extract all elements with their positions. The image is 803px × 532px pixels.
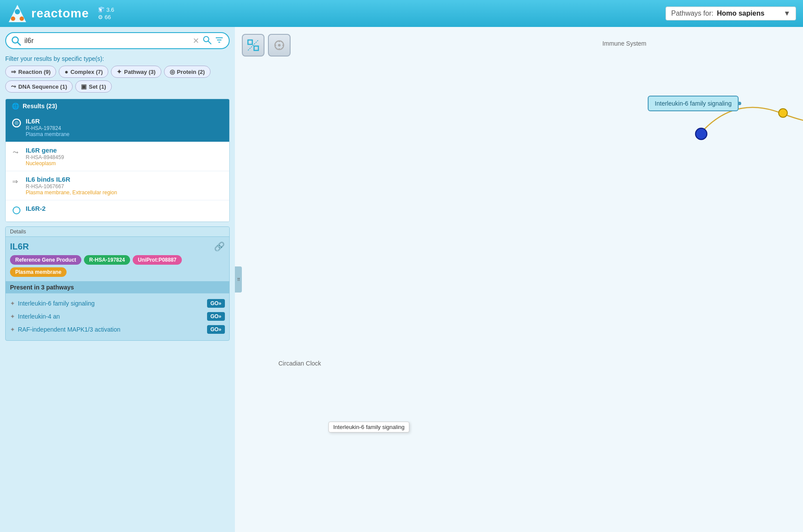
pathway-filter-label: Pathway (3) [124,69,155,75]
reaction-filter-icon: ⇒ [11,68,16,75]
details-body: IL6R 🔗 Reference Gene Product R-HSA-1978… [6,237,229,340]
details-entity-title: IL6R [10,242,29,252]
result-name-il6-binds[interactable]: IL6 binds IL6R [26,176,70,183]
filter-section: Filter your results by specific type(s):… [5,53,230,94]
reaction-filter-label: Reaction (9) [18,69,50,75]
filter-complex-button[interactable]: ● Complex (7) [59,66,108,78]
result-id-il6-binds: R-HSA-1067667 [26,183,223,190]
pathway-item-1: ✦ Interleukin-6 family signaling GO» [10,297,225,310]
details-link-icon[interactable]: 🔗 [214,241,225,252]
results-section: 🌐 Results (23) IL6R R-HSA-197824 Plasma … [5,99,230,222]
left-panel: ✕ Filter your results by specific type(s… [0,27,235,532]
result-icon-reaction: ⇒ [12,176,21,188]
svg-line-18 [248,40,258,50]
panel-resize-handle[interactable]: ⠿ [235,266,242,293]
svg-point-25 [696,128,707,140]
result-item-il6r-gene[interactable]: ⤳ IL6R gene R-HSA-8948459 Nucleoplasm [6,142,229,171]
result-item-il6-binds[interactable]: ⇒ IL6 binds IL6R R-HSA-1067667 Plasma me… [6,171,229,200]
app-title: reactome [31,7,89,20]
search-bar: ✕ [5,32,230,49]
result-item-il6r-2[interactable]: IL6R-2 [6,200,229,222]
reset-view-button[interactable] [268,34,291,57]
result-location-il6-binds: Plasma membrane, Extracellular region [26,190,223,196]
right-panel: ⠿ [235,27,803,532]
species-selector[interactable]: Pathways for: Homo sapiens ▼ [666,7,796,20]
result-content-il6r-gene: IL6R gene R-HSA-8948459 Nucleoplasm [26,146,223,166]
result-icon-dna: ⤳ [12,147,21,159]
search-filter-button[interactable] [215,36,224,46]
dna-filter-icon: ⤳ [11,83,16,90]
version-badge-1[interactable]: 🧊 3.6 [98,7,114,13]
svg-point-24 [278,44,281,47]
app-header: reactome 🧊 3.6 ⚙ 66 Pathways for: Homo s… [0,0,803,27]
details-tags: Reference Gene Product R-HSA-197824 UniP… [10,255,225,277]
result-content-il6r-2: IL6R-2 [26,205,223,213]
svg-point-1 [15,9,20,14]
go-button-3[interactable]: GO» [207,325,225,334]
tag-accession: R-HSA-197824 [84,255,130,265]
search-clear-icon[interactable]: ✕ [193,36,199,46]
result-content-il6-binds: IL6 binds IL6R R-HSA-1067667 Plasma memb… [26,176,223,196]
pathway-link-3[interactable]: RAF-independent MAPK1/3 activation [18,326,120,333]
diagram-toolbar [242,34,291,57]
tag-uniprot: UniProt:P08887 [133,255,182,265]
tag-location: Plasma membrane [10,267,67,277]
pathway-item-2-left: ✦ Interleukin-4 an [10,313,60,320]
filter-pathway-button[interactable]: ✦ Pathway (3) [111,66,161,78]
svg-line-5 [18,42,21,45]
complex-filter-label: Complex (7) [70,69,103,75]
result-name-il6r[interactable]: IL6R [26,117,40,125]
filter-buttons: ⇒ Reaction (9) ● Complex (7) ✦ Pathway (… [5,66,230,93]
svg-point-26 [779,109,787,117]
pathways-present-header: Present in 3 pathways [6,281,229,293]
go-button-1[interactable]: GO» [207,299,225,308]
result-content-il6r: IL6R R-HSA-197824 Plasma membrane [26,117,223,137]
result-item-il6r[interactable]: IL6R R-HSA-197824 Plasma membrane [6,113,229,142]
filter-set-button[interactable]: ▣ Set (1) [75,80,112,93]
svg-rect-17 [254,46,258,50]
pathways-for-label: Pathways for: [671,10,713,17]
version-area: 🧊 3.6 ⚙ 66 [98,7,114,20]
result-id-il6r: R-HSA-197824 [26,125,223,131]
result-location-il6r-gene: Nucleoplasm [26,160,223,166]
pathway-hover-tooltip: Interleukin-6 family signaling [328,422,409,432]
pathway-icon-1: ✦ [10,300,15,307]
logo-area: reactome [7,3,89,24]
set-filter-icon: ▣ [81,83,87,90]
pathway-icon-3: ✦ [10,326,15,333]
search-submit-button[interactable] [203,36,211,46]
svg-point-15 [13,207,20,214]
set-filter-label: Set (1) [89,83,106,90]
version2-number: 66 [105,14,111,20]
circadian-clock-label: Circadian Clock [278,360,321,367]
pathway-item-3: ✦ RAF-independent MAPK1/3 activation GO» [10,323,225,336]
selected-species: Homo sapiens [717,10,780,17]
result-name-il6r-gene[interactable]: IL6R gene [26,146,57,154]
species-dropdown-arrow[interactable]: ▼ [783,10,790,17]
pathway-filter-icon: ✦ [117,68,122,75]
result-name-il6r-2[interactable]: IL6R-2 [26,205,46,212]
pathway-link-2[interactable]: Interleukin-4 an [18,313,60,320]
pathway-item-2: ✦ Interleukin-4 an GO» [10,310,225,323]
immune-system-label: Immune System [602,40,646,47]
reactome-logo-icon [7,3,28,24]
fit-diagram-button[interactable] [242,34,264,57]
filter-protein-button[interactable]: ◎ Protein (2) [164,66,211,78]
pathway-link-1[interactable]: Interleukin-6 family signaling [18,300,95,307]
filter-reaction-button[interactable]: ⇒ Reaction (9) [5,66,56,78]
result-location-il6r: Plasma membrane [26,131,223,137]
search-input[interactable] [24,37,189,45]
results-header: 🌐 Results (23) [6,99,229,113]
filter-dna-button[interactable]: ⤳ DNA Sequence (1) [5,80,73,93]
details-title-row: IL6R 🔗 [10,241,225,252]
version2-icon: ⚙ [98,14,103,20]
svg-text:⇒: ⇒ [12,178,18,185]
protein-filter-icon: ◎ [170,68,175,75]
go-button-2[interactable]: GO» [207,312,225,321]
result-icon-circle [12,118,21,130]
pathway-item-3-left: ✦ RAF-independent MAPK1/3 activation [10,326,120,333]
pathway-list: ✦ Interleukin-6 family signaling GO» ✦ I… [10,297,225,336]
version-badge-2[interactable]: ⚙ 66 [98,14,114,20]
result-icon-il6r2 [12,206,21,217]
tag-reference-gene-product: Reference Gene Product [10,255,81,265]
